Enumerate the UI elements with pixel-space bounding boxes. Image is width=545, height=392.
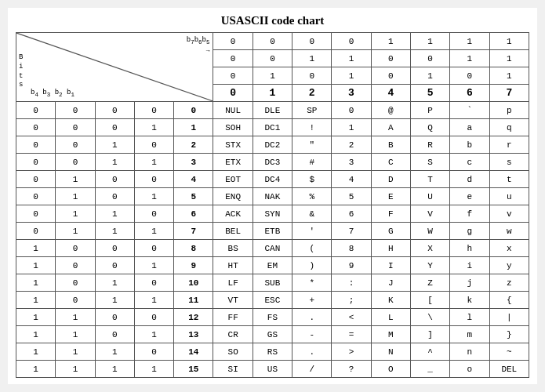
cell-4-5: T [410, 171, 449, 188]
cell-12-6: l [450, 309, 489, 326]
row-bit-8-0: 1 [16, 240, 56, 257]
cell-12-1: FS [253, 309, 292, 326]
row-bit-3-1: 0 [56, 154, 95, 171]
row-bit-14-1: 1 [56, 343, 95, 361]
row-bit-11-1: 0 [56, 292, 95, 309]
table-row: 01106ACKSYN&6FVfv [16, 205, 529, 223]
row-bit-12-2: 0 [95, 309, 134, 326]
col-b7-0: 0 [213, 33, 253, 50]
table-row: 101010LFSUB*:JZjz [16, 274, 529, 292]
cell-1-7: q [489, 119, 529, 136]
row-bit-10-3: 0 [134, 274, 173, 292]
row-num-4: 4 [174, 171, 213, 188]
table-row: 10008BSCAN(8HXhx [16, 240, 529, 257]
row-num-8: 8 [174, 240, 213, 257]
cell-1-2: ! [292, 119, 332, 136]
col-b5-0: 0 [213, 67, 253, 85]
row-bit-2-2: 1 [95, 136, 134, 154]
cell-15-1: US [253, 361, 292, 378]
row-bit-8-2: 0 [95, 240, 134, 257]
cell-5-2: % [292, 188, 332, 205]
row-bit-15-1: 1 [56, 361, 95, 378]
row-bit-2-3: 0 [134, 136, 173, 154]
cell-4-7: t [489, 171, 529, 188]
cell-1-1: DC1 [253, 119, 292, 136]
row-bit-11-0: 1 [16, 292, 56, 309]
row-bit-15-2: 1 [95, 361, 134, 378]
cell-11-7: { [489, 292, 529, 309]
cell-8-2: ( [292, 240, 332, 257]
table-row: 00113ETXDC3#3CScs [16, 154, 529, 171]
row-bit-1-1: 0 [56, 119, 95, 136]
cell-2-3: 2 [332, 136, 371, 154]
cell-14-4: N [371, 343, 410, 361]
cell-6-1: SYN [253, 205, 292, 223]
col-num-2: 2 [292, 85, 332, 102]
cell-8-5: X [410, 240, 449, 257]
row-bit-4-3: 0 [134, 171, 173, 188]
cell-11-6: k [450, 292, 489, 309]
cell-0-5: P [410, 102, 449, 119]
row-num-7: 7 [174, 223, 213, 240]
cell-10-1: SUB [253, 274, 292, 292]
col-b7-5: 1 [410, 33, 449, 50]
cell-9-5: Y [410, 257, 449, 274]
cell-11-2: + [292, 292, 332, 309]
cell-9-7: y [489, 257, 529, 274]
row-bit-5-3: 1 [134, 188, 173, 205]
table-row: 00102STXDC2"2BRbr [16, 136, 529, 154]
table-row: 110012FFFS.<L\l| [16, 309, 529, 326]
col-b7-4: 1 [371, 33, 410, 50]
row-num-11: 11 [174, 292, 213, 309]
cell-14-2: . [292, 343, 332, 361]
table-row: 111014SORS.>N^n~ [16, 343, 529, 361]
row-bit-12-1: 1 [56, 309, 95, 326]
row-num-14: 14 [174, 343, 213, 361]
cell-8-0: BS [213, 240, 253, 257]
row-bit-0-2: 0 [95, 102, 134, 119]
row-bit-15-0: 1 [16, 361, 56, 378]
row-bit-1-2: 0 [95, 119, 134, 136]
col-b6-6: 1 [450, 50, 489, 67]
row-bit-6-0: 0 [16, 205, 56, 223]
cell-1-3: 1 [332, 119, 371, 136]
cell-11-1: ESC [253, 292, 292, 309]
row-bit-6-1: 1 [56, 205, 95, 223]
table-row: 01117BELETB'7GWgw [16, 223, 529, 240]
row-num-3: 3 [174, 154, 213, 171]
row-bit-13-1: 1 [56, 326, 95, 343]
row-bit-3-0: 0 [16, 154, 56, 171]
row-num-6: 6 [174, 205, 213, 223]
cell-2-2: " [292, 136, 332, 154]
corner-header: b7b6b5 → Bits b4 b3 b2 b1 [16, 33, 213, 102]
table-row: 01004EOTDC4$4DTdt [16, 171, 529, 188]
col-b5-1: 1 [253, 67, 292, 85]
cell-7-0: BEL [213, 223, 253, 240]
row-bit-4-1: 1 [56, 171, 95, 188]
col-b6-4: 0 [371, 50, 410, 67]
table-row: 101111VTESC+;K[k{ [16, 292, 529, 309]
cell-3-2: # [292, 154, 332, 171]
cell-7-2: ' [292, 223, 332, 240]
cell-6-7: v [489, 205, 529, 223]
cell-2-7: r [489, 136, 529, 154]
row-num-0: 0 [174, 102, 213, 119]
col-b7-2: 0 [292, 33, 332, 50]
col-b5-2: 0 [292, 67, 332, 85]
row-bit-13-3: 1 [134, 326, 173, 343]
col-b6-0: 0 [213, 50, 253, 67]
cell-4-4: D [371, 171, 410, 188]
row-bit-4-0: 0 [16, 171, 56, 188]
cell-13-7: } [489, 326, 529, 343]
cell-15-3: ? [332, 361, 371, 378]
cell-4-3: 4 [332, 171, 371, 188]
row-num-12: 12 [174, 309, 213, 326]
row-bit-7-0: 0 [16, 223, 56, 240]
row-bit-9-1: 0 [56, 257, 95, 274]
cell-8-4: H [371, 240, 410, 257]
cell-11-5: [ [410, 292, 449, 309]
cell-13-6: m [450, 326, 489, 343]
row-bit-7-3: 1 [134, 223, 173, 240]
cell-13-5: ] [410, 326, 449, 343]
row-num-5: 5 [174, 188, 213, 205]
